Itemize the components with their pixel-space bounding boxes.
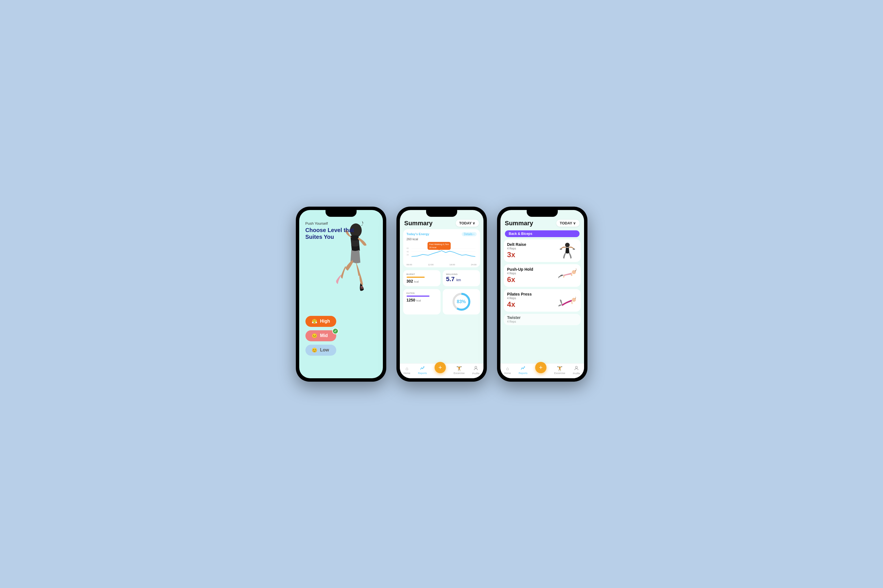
profile-icon-2 — [474, 366, 478, 372]
pilates-figure — [558, 292, 577, 309]
workout-count-2: 4x — [507, 300, 558, 309]
level-high-button[interactable]: 😤 High — [305, 316, 337, 327]
phone1-subtitle: Push Yourself — [305, 221, 354, 225]
phone1-title: Choose Level thatSuites You — [305, 226, 354, 240]
nav-reports-3[interactable]: Reports — [519, 366, 528, 375]
today-button-2[interactable]: TODAY ∨ — [456, 220, 479, 226]
chart-label-4: 24:00 — [471, 263, 476, 266]
nav-profile-2[interactable]: Profile — [472, 366, 480, 375]
profile-label-2: Profile — [472, 372, 480, 375]
nav-exercise-2[interactable]: 🏋 Excercise — [454, 366, 465, 375]
workout-name-2: Pilates Press — [507, 292, 558, 296]
phone3-title: Summary — [505, 220, 533, 227]
level-buttons: 😤 High 😐 Mid ✓ 😊 Low — [305, 316, 337, 356]
workout-name-1: Push-Up Hold — [507, 267, 558, 272]
phone1-background: Push Yourself Choose Level thatSuites Yo… — [299, 210, 383, 378]
svg-point-10 — [565, 243, 570, 247]
svg-point-15 — [576, 366, 578, 368]
burnt-card: BURNT 302 kcal — [403, 270, 441, 286]
level-mid-button[interactable]: 😐 Mid ✓ — [305, 330, 337, 341]
workout-item-2[interactable]: Pilates Press 4 Reps 4x — [504, 289, 581, 312]
chart-labels: 06:00 12:00 18:00 24:00 — [407, 263, 477, 266]
stats-row-1: BURNT 302 kcal WALKING 5.7 km — [403, 270, 480, 286]
level-low-button[interactable]: 😊 Low — [305, 345, 337, 356]
chart-label-3: 18:00 — [449, 263, 455, 266]
workout-reps-0: 4 Reps — [507, 247, 558, 250]
svg-rect-11 — [560, 249, 562, 249]
eaten-card: EATEN 1250 kcal — [403, 289, 441, 315]
exercise-label-3: Excercise — [554, 372, 565, 375]
svg-point-14 — [572, 298, 576, 302]
chart-kcal: 260 kcal — [407, 237, 477, 241]
workout-img-2 — [558, 292, 577, 309]
workout-img-1 — [558, 267, 577, 284]
burnt-bar — [407, 277, 425, 278]
nav-profile-3[interactable]: Profile — [573, 366, 580, 375]
walking-card: WALKING 5.7 km — [443, 270, 480, 286]
phone2-background: Summary TODAY ∨ Today's Energy Details ›… — [400, 210, 483, 378]
workout-item-1[interactable]: Push-Up Hold 4 Reps 6x — [504, 264, 581, 287]
chart-label-2: 12:00 — [428, 263, 433, 266]
mid-icon: 😐 — [312, 333, 317, 339]
workout-tag[interactable]: Back & Biceps — [505, 230, 579, 237]
notch-1 — [325, 210, 357, 217]
nav-home-3[interactable]: ⌂ Home — [504, 366, 511, 375]
workout-reps-1: 4 Reps — [507, 272, 558, 275]
check-badge: ✓ — [332, 328, 338, 334]
phone3-background: Summary TODAY ∨ Back & Biceps Delt Raise… — [500, 210, 584, 378]
notch-3 — [527, 210, 558, 217]
energy-chart-card: Today's Energy Details › 260 kcal Fast W… — [403, 229, 480, 267]
high-label: High — [320, 319, 330, 324]
home-label-2: Home — [403, 372, 410, 375]
details-button[interactable]: Details › — [462, 232, 477, 236]
low-label: Low — [320, 348, 329, 352]
workout-info-1: Push-Up Hold 4 Reps 6x — [507, 267, 558, 284]
profile-label-3: Profile — [573, 372, 580, 375]
phone1-heading: Push Yourself Choose Level thatSuites Yo… — [305, 221, 354, 240]
pushup-figure — [558, 267, 577, 284]
svg-text:20: 20 — [407, 254, 409, 256]
add-button-3[interactable]: + — [535, 362, 546, 373]
nav-exercise-3[interactable]: 🏋 Excercise — [554, 366, 565, 375]
nav-reports-2[interactable]: Reports — [418, 366, 427, 375]
stats-row-2: EATEN 1250 kcal 83% — [403, 289, 480, 315]
workout-name-0: Delt Raise — [507, 242, 558, 247]
low-icon: 😊 — [312, 348, 317, 353]
walking-value: 5.7 km — [446, 276, 477, 283]
tooltip-line1: Fast Walking 0,7km — [429, 243, 449, 246]
workout-info-2: Pilates Press 4 Reps 4x — [507, 292, 558, 309]
svg-text:60: 60 — [407, 247, 409, 249]
bottom-nav-3: ⌂ Home Reports + 🏋 Excercise — [500, 363, 584, 378]
workout-item-3[interactable]: Twister 4 Reps — [504, 314, 581, 325]
reports-icon-2 — [420, 366, 425, 371]
reports-label-2: Reports — [418, 372, 427, 375]
chart-label-1: 06:00 — [407, 263, 412, 266]
add-button-2[interactable]: + — [435, 362, 446, 373]
workout-item-0[interactable]: Delt Raise 4 Reps 3x — [504, 239, 581, 262]
workout-count-0: 3x — [507, 250, 558, 259]
circle-card: 83% — [443, 289, 480, 315]
high-icon: 😤 — [312, 319, 317, 324]
reports-label-3: Reports — [519, 372, 528, 375]
workout-reps-3: 4 Reps — [507, 320, 577, 323]
burnt-label: BURNT — [407, 273, 437, 276]
svg-rect-12 — [573, 249, 575, 249]
phone-3: Summary TODAY ∨ Back & Biceps Delt Raise… — [497, 207, 587, 382]
phone2-title: Summary — [404, 220, 433, 227]
workout-reps-2: 4 Reps — [507, 297, 558, 300]
mid-label: Mid — [320, 333, 328, 338]
delt-raise-figure — [558, 242, 577, 259]
chart-title: Today's Energy — [407, 232, 429, 236]
workout-list: Delt Raise 4 Reps 3x — [500, 239, 584, 363]
workout-img-0 — [558, 242, 577, 259]
nav-home-2[interactable]: ⌂ Home — [403, 366, 410, 375]
tooltip-line2: 20 kcal — [429, 246, 436, 249]
notch-2 — [426, 210, 457, 217]
workout-name-3: Twister — [507, 315, 577, 320]
exercise-label-2: Excercise — [454, 372, 465, 375]
workout-count-1: 6x — [507, 275, 558, 284]
workout-info-3: Twister 4 Reps — [507, 315, 577, 324]
reports-icon-3 — [521, 366, 525, 371]
chart-area: Fast Walking 0,7km 20 kcal 60 40 20 — [407, 242, 477, 264]
today-button-3[interactable]: TODAY ∨ — [557, 220, 579, 226]
